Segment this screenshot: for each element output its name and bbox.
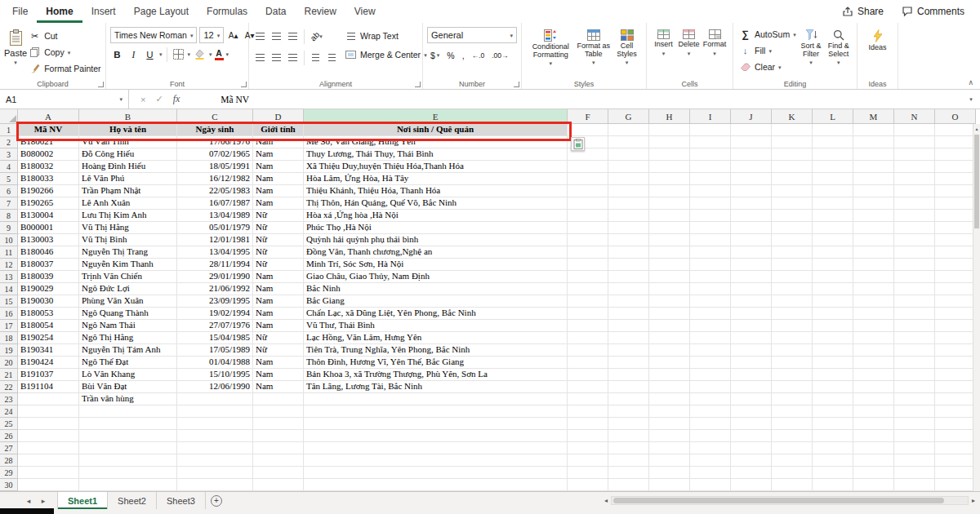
cell-K9[interactable]	[772, 222, 813, 234]
ideas-button[interactable]: Ideas	[862, 26, 893, 52]
align-center-button[interactable]	[270, 50, 283, 65]
cell-I13[interactable]	[690, 271, 731, 283]
cell-G12[interactable]	[608, 259, 649, 271]
cell-B6[interactable]: Trần Phạm Nhật	[79, 185, 177, 197]
cell-O9[interactable]	[935, 222, 976, 234]
borders-dropdown-icon[interactable]: ▾	[188, 51, 191, 57]
underline-dropdown-icon[interactable]: ▾	[159, 51, 163, 57]
cell-O17[interactable]	[935, 320, 976, 332]
cell-K7[interactable]	[772, 197, 813, 210]
cell-E12[interactable]: Minh Trí, Sóc Sơn, Hà Nội	[304, 259, 568, 271]
formula-input[interactable]: Mã NV	[191, 90, 962, 109]
cell-B10[interactable]: Vũ Thị Bình	[79, 234, 177, 246]
cell-F11[interactable]	[568, 246, 608, 259]
fill-color-button[interactable]	[193, 47, 207, 62]
cell-F7[interactable]	[568, 197, 608, 210]
cell-G30[interactable]	[608, 479, 649, 491]
cell-H7[interactable]	[649, 197, 690, 210]
bold-button[interactable]: B	[110, 47, 124, 62]
increase-indent-button[interactable]	[325, 50, 339, 65]
cell-C28[interactable]	[177, 454, 253, 467]
cell-M18[interactable]	[853, 332, 894, 344]
cell-I3[interactable]	[690, 148, 731, 161]
collapse-ribbon-button[interactable]: ∧	[968, 78, 973, 86]
cell-F26[interactable]	[568, 430, 608, 442]
cell-M7[interactable]	[853, 197, 894, 210]
share-button[interactable]: Share	[833, 0, 893, 23]
menu-tab-data[interactable]: Data	[256, 0, 295, 23]
cell-A23[interactable]	[18, 393, 79, 405]
cell-E13[interactable]: Giao Châu, Giao Thủy, Nam Định	[304, 271, 568, 283]
cell-F19[interactable]	[568, 344, 608, 357]
cell-J30[interactable]	[731, 479, 772, 491]
sort-filter-button[interactable]: Sort & Filter ▾	[798, 26, 825, 65]
cell-L21[interactable]	[813, 369, 853, 381]
cell-I21[interactable]	[690, 369, 731, 381]
cell-L4[interactable]	[813, 161, 853, 173]
cell-E9[interactable]: Phúc Thọ ,Hà Nội	[304, 222, 568, 234]
cell-C25[interactable]	[177, 418, 253, 430]
row-header-29[interactable]: 29	[0, 467, 18, 479]
font-dialog-launcher[interactable]	[241, 82, 247, 87]
cell-styles-button[interactable]: Cell Styles ▾	[612, 26, 642, 65]
cell-L14[interactable]	[813, 283, 853, 295]
cell-I28[interactable]	[690, 454, 731, 467]
cell-K12[interactable]	[772, 259, 813, 271]
cell-L7[interactable]	[813, 197, 853, 210]
cell-I22[interactable]	[690, 381, 731, 393]
cell-A25[interactable]	[18, 418, 79, 430]
cell-D28[interactable]	[253, 454, 304, 467]
cell-D10[interactable]: Nữ	[253, 234, 304, 246]
fill-button[interactable]: ↓ Fill ▾	[737, 43, 798, 58]
cell-C8[interactable]: 13/04/1989	[177, 210, 253, 222]
column-header-F[interactable]: F	[568, 109, 608, 124]
cell-A5[interactable]: B180033	[18, 173, 79, 185]
horizontal-scroll-thumb[interactable]	[613, 498, 944, 503]
cell-B3[interactable]: Đỗ Công Hiếu	[79, 148, 177, 161]
cell-B12[interactable]: Nguyễn Kim Thanh	[79, 259, 177, 271]
cell-M12[interactable]	[853, 259, 894, 271]
cell-A8[interactable]: B130004	[18, 210, 79, 222]
cell-M14[interactable]	[853, 283, 894, 295]
cell-M13[interactable]	[853, 271, 894, 283]
cell-D13[interactable]: Nam	[253, 271, 304, 283]
cell-F12[interactable]	[568, 259, 608, 271]
cell-J29[interactable]	[731, 467, 772, 479]
cell-H2[interactable]	[649, 136, 690, 148]
cell-H9[interactable]	[649, 222, 690, 234]
row-header-25[interactable]: 25	[0, 418, 18, 430]
cell-D29[interactable]	[253, 467, 304, 479]
cell-J26[interactable]	[731, 430, 772, 442]
cell-F1[interactable]	[568, 124, 608, 136]
cell-B23[interactable]: Trần văn hùng	[79, 393, 177, 405]
cell-A9[interactable]: B000001	[18, 222, 79, 234]
cell-G3[interactable]	[608, 148, 649, 161]
cell-I18[interactable]	[690, 332, 731, 344]
cell-B24[interactable]	[79, 405, 177, 418]
cell-J3[interactable]	[731, 148, 772, 161]
cell-F23[interactable]	[568, 393, 608, 405]
cell-H17[interactable]	[649, 320, 690, 332]
cell-N1[interactable]	[894, 124, 935, 136]
cell-E2[interactable]: Mê Sở, Văn Giang, Hưng Yên	[304, 136, 568, 148]
next-sheet-button[interactable]: ▸	[36, 492, 51, 509]
insert-cells-button[interactable]: Insert ▾	[651, 26, 676, 56]
cell-F6[interactable]	[568, 185, 608, 197]
cell-J23[interactable]	[731, 393, 772, 405]
cell-C30[interactable]	[177, 479, 253, 491]
menu-tab-page-layout[interactable]: Page Layout	[125, 0, 198, 23]
sheet-tab-sheet2[interactable]: Sheet2	[108, 492, 157, 509]
cell-K28[interactable]	[772, 454, 813, 467]
cell-K17[interactable]	[772, 320, 813, 332]
cell-C15[interactable]: 23/09/1995	[177, 295, 253, 308]
cell-J24[interactable]	[731, 405, 772, 418]
cell-E6[interactable]: Thiệu Khánh, Thiệu Hóa, Thanh Hóa	[304, 185, 568, 197]
cell-K24[interactable]	[772, 405, 813, 418]
cell-M5[interactable]	[853, 173, 894, 185]
cell-D30[interactable]	[253, 479, 304, 491]
cell-H23[interactable]	[649, 393, 690, 405]
cell-J8[interactable]	[731, 210, 772, 222]
cell-G2[interactable]	[608, 136, 649, 148]
align-right-button[interactable]	[286, 50, 300, 65]
cell-M30[interactable]	[853, 479, 894, 491]
